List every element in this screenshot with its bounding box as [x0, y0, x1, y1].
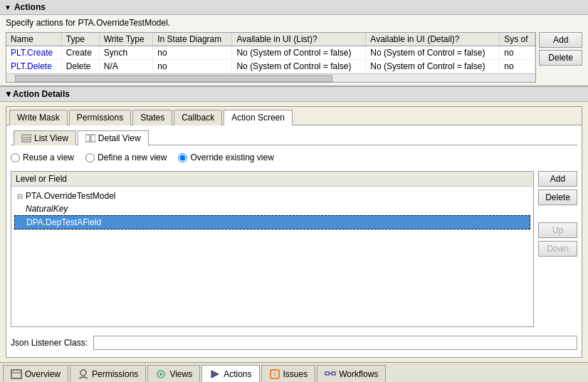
scrollbar-thumb[interactable] [15, 75, 332, 82]
row1-avail-list: No (System of Control = false) [232, 46, 366, 60]
radio-reuse-input[interactable] [11, 153, 20, 162]
field-down-button[interactable]: Down [538, 241, 577, 257]
bottom-tab-permissions[interactable]: Permissions [70, 365, 146, 382]
actions-section-header: ▼ Actions [0, 0, 588, 15]
tree-root-label: PTA.OverrideTestModel [26, 191, 116, 201]
tree-expand-icon: ⊟ [17, 192, 23, 200]
radio-row: Reuse a view Define a new view Override … [11, 150, 577, 165]
table-row[interactable]: PLT.Delete Delete N/A no No (System of C… [6, 60, 535, 73]
col-name: Name [6, 33, 61, 46]
radio-define-view[interactable]: Define a new view [85, 153, 167, 162]
actions-subtitle: Specify actions for PTA.OverrideTestMode… [0, 15, 588, 31]
sub-tab-list-view[interactable]: List View [14, 130, 76, 145]
action-details-arrow: ▼ [4, 89, 13, 99]
svg-marker-10 [211, 371, 219, 378]
row1-sys-of: no [500, 46, 535, 60]
tab-permissions[interactable]: Permissions [69, 110, 131, 125]
field-add-button[interactable]: Add [538, 171, 577, 187]
bottom-tab-workflows[interactable]: Workflows [317, 365, 386, 382]
col-in-state: In State Diagram [153, 33, 232, 46]
svg-rect-4 [91, 135, 95, 142]
actions-buttons: Add Delete [539, 32, 582, 83]
row1-avail-detail: No (System of Control = false) [366, 46, 500, 60]
detail-view-icon [85, 134, 95, 143]
bottom-tab-workflows-label: Workflows [339, 369, 378, 379]
row2-type: Delete [61, 60, 99, 73]
row1-in-state: no [153, 46, 232, 60]
actions-arrow: ▼ [4, 4, 11, 11]
table-wrapper: Name Type Write Type In State Diagram Av… [0, 31, 588, 86]
bottom-tab-actions[interactable]: Actions [201, 365, 259, 382]
field-up-button[interactable]: Up [538, 222, 577, 238]
tab-write-mask[interactable]: Write Mask [9, 110, 68, 125]
svg-rect-13 [325, 372, 329, 375]
action-details-title: Action Details [13, 89, 70, 99]
row2-name[interactable]: PLT.Delete [11, 61, 52, 71]
tree-natural-key-label: NaturalKey [26, 204, 68, 214]
row1-type: Create [61, 46, 99, 60]
tab-callback[interactable]: Callback [174, 110, 222, 125]
field-table-header: Level or Field [11, 172, 533, 187]
tree-item-root[interactable]: ⊟ PTA.OverrideTestModel [14, 190, 530, 202]
tree-field-label: DPA.DepTestAField [26, 217, 101, 227]
bottom-tab-issues[interactable]: ! Issues [261, 365, 316, 382]
tabs-container: Write Mask Permissions States Callback A… [6, 106, 582, 358]
row2-avail-detail: No (System of Control = false) [366, 60, 500, 73]
field-buttons: Add Delete Up Down [538, 171, 577, 327]
tab-states[interactable]: States [132, 110, 172, 125]
permissions-icon [78, 369, 89, 379]
col-type: Type [61, 33, 99, 46]
main-tab-bar: Write Mask Permissions States Callback A… [6, 107, 582, 125]
radio-reuse-label: Reuse a view [23, 153, 74, 162]
col-avail-detail: Available in UI (Detail)? [366, 33, 500, 46]
action-details-header: ▼ Action Details [0, 86, 588, 102]
action-details-section: ▼ Action Details Write Mask Permissions … [0, 86, 588, 362]
radio-override-input[interactable] [178, 153, 187, 162]
horizontal-scrollbar[interactable] [6, 73, 535, 82]
svg-point-9 [159, 373, 162, 376]
bottom-tab-overview[interactable]: Overview [3, 365, 68, 382]
actions-title: Actions [14, 2, 46, 12]
field-section: Level or Field ⊟ PTA.OverrideTestModel N… [11, 171, 577, 327]
actions-delete-button[interactable]: Delete [539, 50, 582, 66]
json-listener-input[interactable] [93, 336, 577, 350]
radio-reuse-view[interactable]: Reuse a view [11, 153, 74, 162]
actions-icon [209, 369, 221, 379]
overview-icon [11, 369, 22, 379]
svg-rect-0 [21, 135, 31, 142]
bottom-tab-actions-label: Actions [224, 369, 251, 379]
row1-write-type: Synch [99, 46, 152, 60]
sub-tab-bar: List View Detail View [11, 130, 577, 145]
svg-rect-14 [332, 372, 335, 375]
actions-section: ▼ Actions Specify actions for PTA.Overri… [0, 0, 588, 86]
tab-content-action-screen: List View Detail View [6, 125, 582, 357]
tab-action-screen[interactable]: Action Screen [224, 110, 293, 125]
bottom-tab-overview-label: Overview [25, 369, 61, 379]
row1-name[interactable]: PLT.Create [11, 48, 53, 58]
sub-tab-detail-view[interactable]: Detail View [78, 130, 149, 145]
field-delete-button[interactable]: Delete [538, 190, 577, 205]
radio-define-input[interactable] [85, 153, 95, 162]
main-content: ▼ Actions Specify actions for PTA.Overri… [0, 0, 588, 362]
col-avail-list: Available in UI (List)? [232, 33, 366, 46]
tree-item-field[interactable]: DPA.DepTestAField [14, 215, 530, 229]
svg-point-7 [80, 370, 86, 376]
bottom-tab-views[interactable]: Views [147, 365, 200, 382]
svg-text:!: ! [273, 371, 275, 378]
row2-in-state: no [153, 60, 232, 73]
bottom-tab-permissions-label: Permissions [92, 369, 138, 379]
radio-override-view[interactable]: Override existing view [178, 153, 273, 162]
actions-table: Name Type Write Type In State Diagram Av… [6, 33, 535, 73]
row2-write-type: N/A [99, 60, 152, 73]
actions-add-button[interactable]: Add [539, 32, 582, 48]
bottom-tab-issues-label: Issues [283, 369, 308, 379]
sub-tab-list-view-label: List View [34, 133, 68, 143]
row2-avail-list: No (System of Control = false) [232, 60, 366, 73]
table-row[interactable]: PLT.Create Create Synch no No (System of… [6, 46, 535, 60]
svg-rect-3 [85, 135, 90, 142]
svg-rect-5 [11, 370, 21, 378]
list-view-icon [21, 134, 31, 143]
row2-sys-of: no [500, 60, 535, 73]
tree-item-natural-key[interactable]: NaturalKey [14, 202, 530, 215]
json-listener-row: Json Listener Class: [11, 333, 577, 353]
